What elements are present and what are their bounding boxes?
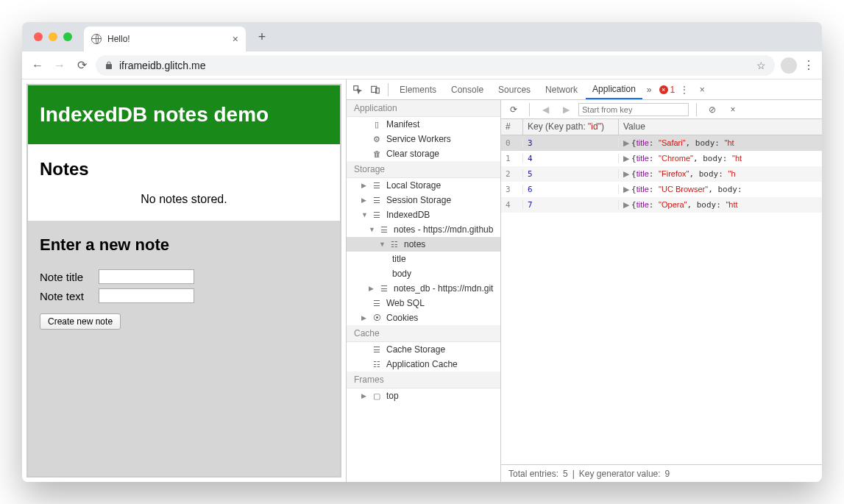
profile-avatar[interactable]: [781, 57, 797, 74]
more-tabs-icon[interactable]: »: [644, 85, 655, 95]
form-heading: Enter a new note: [40, 235, 328, 255]
table-row[interactable]: 47▶ {title: "Opera", body: "htt: [501, 197, 822, 213]
total-entries: 5: [563, 469, 568, 479]
sidebar-db-notesdb[interactable]: ▶☰notes_db - https://mdn.git: [347, 281, 500, 296]
table-row[interactable]: 36▶ {title: "UC Browser", body:: [501, 182, 822, 197]
sidebar-cookies[interactable]: ▶⦿Cookies: [347, 310, 500, 325]
table-header: # Key (Key path: "id") Value: [501, 119, 822, 135]
col-index[interactable]: #: [501, 119, 523, 135]
col-value[interactable]: Value: [619, 119, 822, 135]
sidebar-store-notes[interactable]: ▼☷notes: [347, 237, 500, 252]
refresh-button[interactable]: ⟳: [506, 102, 522, 118]
table-row[interactable]: 03▶ {title: "Safari", body: "ht: [501, 135, 822, 151]
table-body: 03▶ {title: "Safari", body: "ht14▶ {titl…: [501, 135, 822, 464]
sidebar-index-title[interactable]: title: [347, 252, 500, 266]
devtools-tab-bar: Elements Console Sources Network Applica…: [347, 79, 822, 100]
sidebar-local-storage[interactable]: ▶☰Local Storage: [347, 178, 500, 193]
inspect-element-icon[interactable]: [350, 82, 366, 98]
forward-button[interactable]: →: [52, 59, 68, 72]
page-header: IndexedDB notes demo: [28, 85, 340, 144]
device-toolbar-icon[interactable]: [367, 82, 383, 98]
table-icon: ☷: [389, 240, 400, 249]
storage-icon: ☰: [372, 181, 382, 191]
minimize-window-button[interactable]: [49, 32, 57, 41]
content-area: IndexedDB notes demo Notes No notes stor…: [22, 79, 822, 482]
globe-icon: [91, 34, 102, 44]
section-storage: Storage: [347, 161, 500, 178]
key-generator-value: 9: [665, 469, 670, 479]
address-bar-row: ← → ⟳ iframeidb.glitch.me ☆ ⋮: [22, 52, 822, 79]
tab-network[interactable]: Network: [539, 79, 584, 99]
empty-notes-message: No notes stored.: [40, 193, 328, 206]
close-devtools-icon[interactable]: ×: [694, 82, 710, 98]
close-tab-icon[interactable]: ×: [233, 33, 238, 45]
sidebar-indexeddb[interactable]: ▼☰IndexedDB: [347, 207, 500, 222]
tab-application[interactable]: Application: [586, 79, 642, 99]
bookmark-star-icon[interactable]: ☆: [756, 60, 766, 71]
start-key-input[interactable]: [578, 103, 689, 116]
data-toolbar: ⟳ ◀ ▶ ⊘ ×: [501, 100, 822, 119]
close-window-button[interactable]: [34, 32, 43, 41]
devtools-panel: Elements Console Sources Network Applica…: [346, 79, 822, 482]
note-title-input[interactable]: [99, 269, 194, 284]
tab-sources[interactable]: Sources: [492, 79, 537, 99]
clear-store-icon[interactable]: ⊘: [704, 102, 720, 118]
tab-elements[interactable]: Elements: [393, 79, 443, 99]
delete-selected-icon[interactable]: ×: [725, 102, 741, 118]
database-icon: ☰: [372, 299, 382, 308]
sidebar-websql[interactable]: ☰Web SQL: [347, 296, 500, 310]
application-sidebar: Application ▯Manifest ⚙Service Workers 🗑…: [347, 100, 501, 482]
sidebar-app-cache[interactable]: ☷Application Cache: [347, 357, 500, 372]
sidebar-manifest[interactable]: ▯Manifest: [347, 117, 500, 132]
browser-tab[interactable]: Hello! ×: [84, 26, 246, 52]
trash-icon: 🗑: [372, 149, 382, 158]
col-key[interactable]: Key (Key path: "id"): [523, 119, 619, 135]
database-icon: ☰: [379, 225, 389, 235]
section-cache: Cache: [347, 325, 500, 342]
database-icon: ☰: [372, 345, 382, 355]
cookie-icon: ⦿: [372, 313, 382, 322]
prev-page-icon[interactable]: ◀: [537, 102, 553, 118]
window-controls: [34, 32, 72, 41]
indexeddb-view: ⟳ ◀ ▶ ⊘ × # Key (Key path: "id") Value: [501, 100, 822, 482]
error-count: 1: [670, 85, 675, 95]
address-bar[interactable]: iframeidb.glitch.me ☆: [96, 55, 775, 76]
sidebar-frame-top[interactable]: ▶▢top: [347, 388, 500, 403]
sidebar-cache-storage[interactable]: ☰Cache Storage: [347, 342, 500, 357]
document-icon: ▯: [372, 120, 382, 129]
tab-strip: Hello! × +: [22, 22, 822, 52]
reload-button[interactable]: ⟳: [74, 58, 90, 72]
maximize-window-button[interactable]: [63, 32, 72, 41]
create-note-button[interactable]: Create new note: [40, 313, 121, 330]
next-page-icon[interactable]: ▶: [558, 102, 574, 118]
browser-window: Hello! × + ← → ⟳ iframeidb.glitch.me ☆ ⋮…: [22, 22, 822, 482]
browser-menu-button[interactable]: ⋮: [803, 58, 815, 72]
database-icon: ☰: [379, 284, 389, 294]
note-text-label: Note text: [40, 290, 99, 302]
note-title-label: Note title: [40, 271, 99, 283]
devtools-body: Application ▯Manifest ⚙Service Workers 🗑…: [347, 100, 822, 482]
rendered-page: IndexedDB notes demo Notes No notes stor…: [22, 79, 346, 482]
notes-section: Notes No notes stored.: [28, 144, 340, 221]
new-note-form: Enter a new note Note title Note text Cr…: [28, 221, 340, 476]
sidebar-service-workers[interactable]: ⚙Service Workers: [347, 132, 500, 146]
sidebar-index-body[interactable]: body: [347, 266, 500, 281]
sidebar-session-storage[interactable]: ▶☰Session Storage: [347, 193, 500, 207]
back-button[interactable]: ←: [29, 59, 46, 72]
table-row[interactable]: 14▶ {title: "Chrome", body: "ht: [501, 151, 822, 166]
error-indicator[interactable]: × 1: [659, 85, 675, 95]
note-text-input[interactable]: [99, 288, 194, 303]
sidebar-db-notes[interactable]: ▼☰notes - https://mdn.github: [347, 222, 500, 237]
gear-icon: ⚙: [372, 135, 382, 144]
storage-icon: ☰: [372, 196, 382, 205]
lock-icon: [104, 61, 113, 70]
section-application: Application: [347, 100, 500, 117]
page-frame: IndexedDB notes demo Notes No notes stor…: [26, 84, 341, 478]
sidebar-clear-storage[interactable]: 🗑Clear storage: [347, 146, 500, 161]
notes-heading: Notes: [40, 159, 328, 180]
frame-icon: ▢: [372, 391, 382, 401]
devtools-menu-icon[interactable]: ⋮: [676, 82, 692, 98]
tab-console[interactable]: Console: [444, 79, 490, 99]
new-tab-button[interactable]: +: [252, 29, 272, 45]
table-row[interactable]: 25▶ {title: "Firefox", body: "h: [501, 166, 822, 182]
